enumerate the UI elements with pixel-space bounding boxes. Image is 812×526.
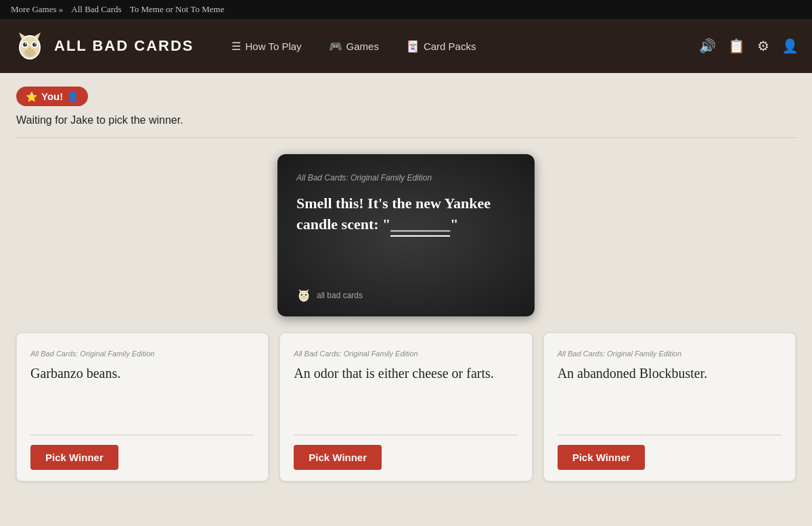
logo-area: ALL BAD CARDS xyxy=(14,30,194,62)
answer-card-1-bottom: Pick Winner xyxy=(294,425,518,470)
nav-card-packs[interactable]: 🃏 Card Packs xyxy=(395,34,487,58)
svg-point-17 xyxy=(305,294,307,296)
prompt-card-footer: all bad cards xyxy=(296,288,516,303)
answer-card-2-bottom: Pick Winner xyxy=(558,425,782,470)
to-meme-link[interactable]: To Meme or Not To Meme xyxy=(130,4,225,15)
answer-card-1-top: All Bad Cards: Original Family Edition A… xyxy=(294,350,518,382)
svg-point-6 xyxy=(25,43,26,45)
you-badge-label: You! xyxy=(41,91,63,102)
answer-card-2-top: All Bad Cards: Original Family Edition A… xyxy=(558,350,782,382)
card-packs-icon: 🃏 xyxy=(406,40,420,53)
site-title: ALL BAD CARDS xyxy=(54,37,194,55)
blank-space: ________ xyxy=(390,214,450,237)
prompt-card-footer-text: all bad cards xyxy=(317,291,363,300)
nav-how-to-play[interactable]: ☰ How To Play xyxy=(221,34,312,58)
prompt-card-text: Smell this! It's the new Yankee candle s… xyxy=(296,193,516,237)
clipboard-icon[interactable]: 📋 xyxy=(728,38,745,54)
svg-point-16 xyxy=(300,294,302,296)
answer-card-0-text: Garbanzo beans. xyxy=(30,364,254,382)
answer-card-1-edition: All Bad Cards: Original Family Edition xyxy=(294,350,518,358)
answer-card-2-divider xyxy=(558,435,782,435)
pick-winner-button-2[interactable]: Pick Winner xyxy=(558,445,646,470)
waiting-text: Waiting for Jake to pick the winner. xyxy=(16,114,796,126)
answer-cards-grid: All Bad Cards: Original Family Edition G… xyxy=(16,333,796,481)
games-icon: 🎮 xyxy=(329,40,342,53)
prompt-card-container: All Bad Cards: Original Family Edition S… xyxy=(16,154,796,316)
answer-card-0-bottom: Pick Winner xyxy=(30,425,254,470)
svg-point-11 xyxy=(24,49,35,57)
pick-winner-button-0[interactable]: Pick Winner xyxy=(30,445,118,470)
answer-card-1-divider xyxy=(294,435,518,435)
owl-footer-icon xyxy=(296,288,311,303)
star-icon: ⭐ xyxy=(26,91,37,102)
svg-point-5 xyxy=(32,43,37,47)
all-bad-cards-link[interactable]: All Bad Cards xyxy=(71,4,121,15)
prompt-card-top: All Bad Cards: Original Family Edition S… xyxy=(296,173,516,237)
content-divider xyxy=(16,137,796,138)
answer-card-0-top: All Bad Cards: Original Family Edition G… xyxy=(30,350,254,382)
answer-card-2-text: An abandoned Blockbuster. xyxy=(558,364,782,382)
answer-card-0: All Bad Cards: Original Family Edition G… xyxy=(16,333,269,481)
top-nav: More Games » All Bad Cards To Meme or No… xyxy=(0,0,812,19)
nav-card-packs-label: Card Packs xyxy=(424,41,476,52)
answer-card-1: All Bad Cards: Original Family Edition A… xyxy=(279,333,532,481)
you-badge: ⭐ You! 👤 xyxy=(16,87,88,106)
main-nav: ☰ How To Play 🎮 Games 🃏 Card Packs xyxy=(221,34,699,58)
pick-winner-button-1[interactable]: Pick Winner xyxy=(294,445,382,470)
header-actions: 🔊 📋 ⚙ 👤 xyxy=(699,38,798,54)
sound-icon[interactable]: 🔊 xyxy=(699,38,716,54)
nav-games[interactable]: 🎮 Games xyxy=(318,34,390,58)
answer-card-2-edition: All Bad Cards: Original Family Edition xyxy=(558,350,782,358)
nav-how-to-play-label: How To Play xyxy=(245,41,301,52)
svg-point-7 xyxy=(35,43,36,45)
answer-card-2: All Bad Cards: Original Family Edition A… xyxy=(543,333,796,481)
how-to-play-icon: ☰ xyxy=(231,40,241,53)
nav-games-label: Games xyxy=(346,41,379,52)
svg-point-4 xyxy=(23,43,27,47)
answer-card-0-divider xyxy=(30,435,254,435)
settings-icon[interactable]: ⚙ xyxy=(757,38,769,54)
answer-card-0-edition: All Bad Cards: Original Family Edition xyxy=(30,350,254,358)
content-area: ⭐ You! 👤 Waiting for Jake to pick the wi… xyxy=(0,73,812,495)
owl-logo-icon xyxy=(14,30,46,62)
user-icon[interactable]: 👤 xyxy=(782,38,798,54)
prompt-card-edition: All Bad Cards: Original Family Edition xyxy=(296,173,516,183)
prompt-card: All Bad Cards: Original Family Edition S… xyxy=(277,154,535,316)
person-icon: 👤 xyxy=(67,91,78,102)
answer-card-1-text: An odor that is either cheese or farts. xyxy=(294,364,518,382)
more-games-link[interactable]: More Games » xyxy=(11,4,63,15)
main-header: ALL BAD CARDS ☰ How To Play 🎮 Games 🃏 Ca… xyxy=(0,19,812,73)
